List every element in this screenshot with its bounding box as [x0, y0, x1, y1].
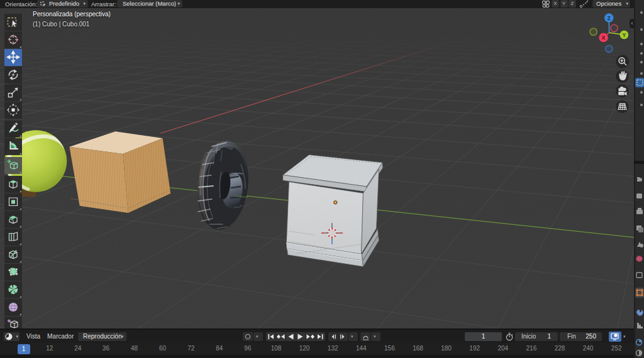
svg-text:Z: Z: [608, 15, 611, 21]
svg-text:Y: Y: [622, 32, 626, 38]
svg-text:X: X: [602, 35, 606, 41]
